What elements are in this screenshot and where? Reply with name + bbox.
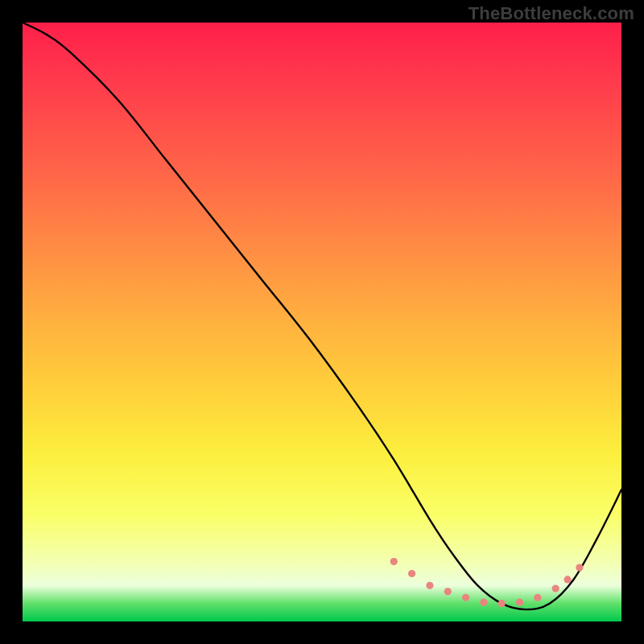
- plot-area: [23, 23, 621, 621]
- trough-marker-dot: [498, 600, 506, 607]
- trough-marker-dot: [444, 588, 452, 595]
- trough-marker-dot: [534, 594, 541, 601]
- trough-marker-dot: [576, 564, 583, 571]
- trough-marker-dot: [462, 594, 469, 601]
- trough-marker-dot: [516, 599, 523, 606]
- trough-marker-dot: [390, 558, 398, 565]
- bottleneck-curve: [23, 23, 621, 609]
- curve-layer: [23, 23, 621, 621]
- trough-marker-dot: [564, 576, 571, 583]
- chart-frame: TheBottleneck.com: [0, 0, 644, 644]
- trough-marker-dot: [426, 582, 433, 589]
- trough-marker-dot: [480, 599, 487, 606]
- trough-marker-dot: [408, 570, 415, 577]
- trough-marker-dot: [552, 584, 559, 592]
- watermark-text: TheBottleneck.com: [469, 3, 634, 24]
